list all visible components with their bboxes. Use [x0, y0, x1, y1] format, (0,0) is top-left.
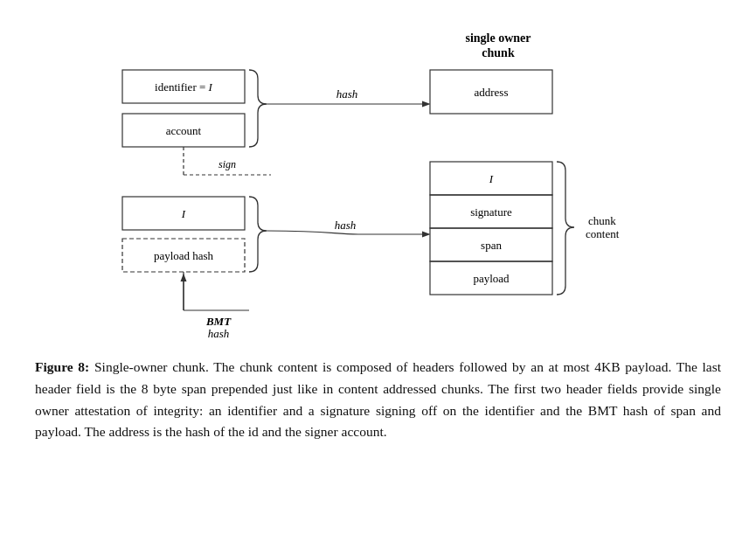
diagram-area: single owner chunk identifier = I accoun… — [35, 17, 721, 341]
middle-curly-brace — [249, 197, 267, 272]
I-label: I — [181, 207, 186, 220]
signature-label: signature — [470, 205, 512, 219]
hash-label-top: hash — [336, 87, 358, 101]
address-label: address — [475, 86, 509, 99]
span-label: span — [481, 239, 502, 252]
identifier-label: identifier = I — [155, 80, 212, 94]
right-I-label: I — [489, 172, 494, 185]
bmt-label: BMT — [205, 315, 232, 328]
payload-label: payload — [473, 272, 510, 285]
chunk-content-label2: content — [586, 227, 620, 240]
caption-text: Single-owner chunk. The chunk content is… — [35, 359, 721, 439]
figure-caption: Figure 8: Single-owner chunk. The chunk … — [35, 357, 721, 443]
chunk-content-label1: chunk — [588, 214, 616, 227]
hash-label-middle: hash — [335, 219, 357, 232]
payload-hash-label: payload hash — [154, 249, 214, 262]
figure-label: Figure 8: — [35, 359, 89, 374]
diagram-svg: single owner chunk identifier = I accoun… — [35, 17, 721, 341]
title-line1: single owner — [465, 31, 531, 45]
bmt-hash-label: hash — [208, 327, 230, 340]
left-curly-brace — [249, 70, 267, 147]
right-curly-brace — [557, 162, 574, 295]
title-line2: chunk — [482, 46, 515, 59]
sign-label: sign — [218, 158, 236, 170]
account-label: account — [166, 124, 202, 137]
